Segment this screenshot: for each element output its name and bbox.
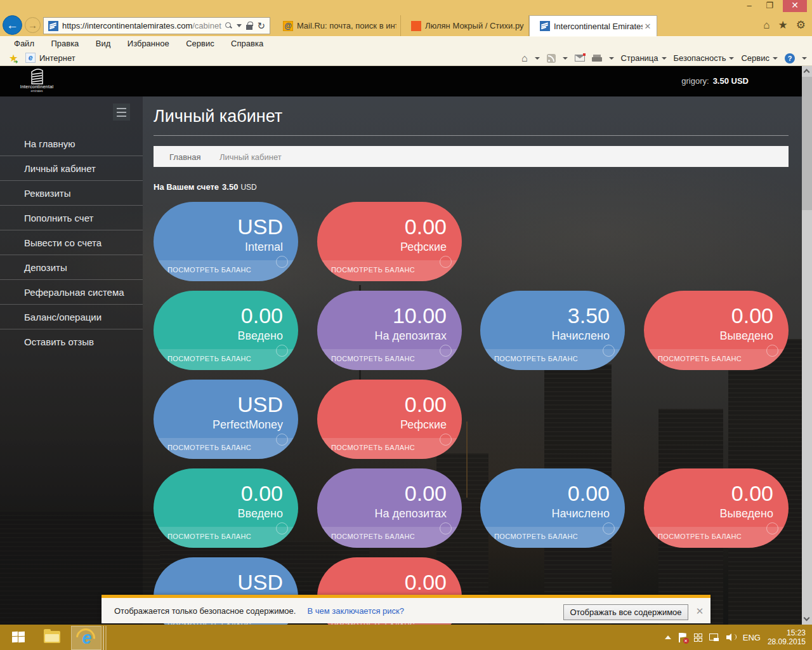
- stihi-favicon: [411, 21, 421, 31]
- balance-bubble[interactable]: 3.50НачисленоПОСМОТРЕТЬ БАЛАНС: [480, 291, 625, 370]
- clock[interactable]: 15:23 28.09.2015: [768, 628, 808, 646]
- tab-intercontinental[interactable]: Intercontinental Emirates ✕: [529, 15, 657, 36]
- view-balance-button[interactable]: ПОСМОТРЕТЬ БАЛАНС: [154, 527, 298, 548]
- settings-gear-icon[interactable]: ⚙: [796, 18, 806, 33]
- ie-window-stack-indicator: [103, 626, 107, 650]
- balance-bubble[interactable]: USDInternalПОСМОТРЕТЬ БАЛАНС: [154, 202, 298, 281]
- view-balance-button[interactable]: ПОСМОТРЕТЬ БАЛАНС: [480, 349, 625, 370]
- view-balance-button[interactable]: ПОСМОТРЕТЬ БАЛАНС: [317, 349, 462, 370]
- scrollbar-thumb[interactable]: [802, 77, 812, 210]
- view-balance-button[interactable]: ПОСМОТРЕТЬ БАЛАНС: [317, 527, 462, 548]
- scroll-down-button[interactable]: [802, 614, 812, 625]
- arrow-circle-icon: [603, 345, 615, 357]
- view-balance-button[interactable]: ПОСМОТРЕТЬ БАЛАНС: [154, 438, 298, 459]
- balance-bubble[interactable]: 0.00РефскиеПОСМОТРЕТЬ БАЛАНС: [317, 380, 462, 459]
- help-dropdown-icon[interactable]: [802, 57, 807, 60]
- bubble-label: PerfectMoney: [154, 416, 298, 433]
- show-all-content-button[interactable]: Отображать все содержимое: [563, 604, 688, 620]
- view-balance-label: ПОСМОТРЕТЬ БАЛАНС: [658, 533, 742, 540]
- bubble-label: Рефские: [317, 239, 462, 255]
- menu-file[interactable]: Файл: [14, 37, 34, 51]
- bubble-label: Введено: [154, 328, 298, 344]
- safety-menu[interactable]: Безопасность: [674, 53, 735, 63]
- balance-bubble[interactable]: USDPerfectMoneyПОСМОТРЕТЬ БАЛАНС: [154, 380, 298, 459]
- menu-favorites[interactable]: Избранное: [128, 37, 169, 51]
- site-favicon: [48, 21, 58, 31]
- rss-dropdown-icon[interactable]: [563, 57, 568, 60]
- view-balance-button[interactable]: ПОСМОТРЕТЬ БАЛАНС: [644, 527, 789, 548]
- home-dropdown-icon[interactable]: [535, 57, 540, 60]
- print-dropdown-icon[interactable]: [609, 57, 614, 60]
- tools-menu[interactable]: Сервис: [741, 53, 778, 63]
- balance-bubble[interactable]: 10.00На депозитахПОСМОТРЕТЬ БАЛАНС: [317, 291, 462, 370]
- browser-titlebar: – ❐ ✕: [0, 0, 812, 15]
- view-balance-button[interactable]: ПОСМОТРЕТЬ БАЛАНС: [154, 349, 298, 370]
- language-indicator[interactable]: ENG: [743, 633, 761, 642]
- forward-button[interactable]: →: [25, 17, 41, 33]
- balance-bubble[interactable]: 0.00ВыведеноПОСМОТРЕТЬ БАЛАНС: [644, 291, 789, 370]
- mail-icon[interactable]: [575, 55, 585, 62]
- ie-logo-icon: e: [78, 629, 96, 647]
- tray-time: 15:23: [768, 628, 806, 637]
- bubble-value: 0.00: [644, 481, 789, 505]
- security-risk-link[interactable]: В чем заключается риск?: [307, 606, 404, 616]
- menu-tools[interactable]: Сервис: [186, 37, 214, 51]
- balance-bubble[interactable]: 0.00ВведеноПОСМОТРЕТЬ БАЛАНС: [154, 291, 298, 370]
- view-balance-button[interactable]: ПОСМОТРЕТЬ БАЛАНС: [644, 349, 789, 370]
- favorites-link-internet[interactable]: Интернет: [39, 50, 75, 66]
- scroll-up-button[interactable]: [802, 66, 812, 77]
- close-icon[interactable]: ✕: [694, 606, 705, 617]
- view-balance-button[interactable]: ПОСМОТРЕТЬ БАЛАНС: [154, 260, 298, 281]
- start-button[interactable]: [5, 625, 33, 650]
- bubble-value: 10.00: [317, 303, 462, 328]
- balance-bubble[interactable]: 0.00На депозитахПОСМОТРЕТЬ БАЛАНС: [317, 468, 462, 548]
- windows-tray-icon[interactable]: [694, 633, 702, 642]
- address-dropdown-icon[interactable]: [237, 24, 242, 27]
- internet-explorer-button[interactable]: e: [71, 626, 102, 650]
- balance-bubble[interactable]: 0.00ВыведеноПОСМОТРЕТЬ БАЛАНС: [644, 468, 789, 548]
- help-icon[interactable]: ?: [785, 53, 795, 63]
- view-balance-button[interactable]: ПОСМОТРЕТЬ БАЛАНС: [317, 260, 462, 281]
- bubble-value: USD: [154, 570, 298, 594]
- network-icon[interactable]: [709, 633, 719, 642]
- tab-close-icon[interactable]: ✕: [643, 22, 653, 31]
- balance-bubble[interactable]: 0.00НачисленоПОСМОТРЕТЬ БАЛАНС: [480, 468, 625, 548]
- file-explorer-button[interactable]: [38, 625, 66, 650]
- add-favorite-icon[interactable]: ★: [9, 53, 20, 63]
- menu-view[interactable]: Вид: [96, 37, 111, 51]
- page-menu[interactable]: Страница: [621, 53, 667, 63]
- page-scrollbar[interactable]: [802, 66, 812, 625]
- search-icon[interactable]: [225, 22, 232, 29]
- hidden-icons-arrow[interactable]: [665, 635, 671, 639]
- bubble-label: На депозитах: [317, 505, 462, 522]
- window-close-button[interactable]: ✕: [783, 0, 807, 12]
- print-icon[interactable]: [592, 55, 602, 62]
- address-bar[interactable]: https://intercontinentalemirates.com/cab…: [43, 17, 270, 34]
- home-icon[interactable]: ⌂: [521, 53, 528, 64]
- rss-icon[interactable]: [547, 54, 556, 63]
- bubble-label: Internal: [154, 239, 298, 255]
- arrow-circle-icon: [276, 434, 288, 446]
- favorites-star-icon[interactable]: ★: [778, 18, 788, 33]
- tab-mailru[interactable]: @ Mail.Ru: почта, поиск в интер...: [273, 15, 401, 36]
- mailru-favicon: @: [283, 21, 293, 31]
- window-restore-button[interactable]: ❐: [760, 0, 779, 12]
- menu-help[interactable]: Справка: [231, 37, 263, 51]
- menu-edit[interactable]: Правка: [51, 37, 79, 51]
- refresh-icon[interactable]: ↻: [257, 21, 265, 30]
- volume-icon[interactable]: [726, 633, 736, 642]
- tab-stihi[interactable]: Люлян Мокрый / Стихи.ру: [401, 15, 529, 36]
- view-balance-button[interactable]: ПОСМОТРЕТЬ БАЛАНС: [480, 527, 625, 548]
- command-bar: ⌂ Страница Безопасность Сервис ?: [521, 50, 807, 66]
- balance-bubble[interactable]: 0.00ВведеноПОСМОТРЕТЬ БАЛАНС: [154, 468, 298, 548]
- arrow-circle-icon: [440, 256, 452, 268]
- home-icon[interactable]: ⌂: [763, 18, 769, 33]
- bubble-value: USD: [154, 392, 298, 416]
- back-button[interactable]: ←: [3, 15, 22, 35]
- window-minimize-button[interactable]: –: [740, 0, 759, 12]
- action-center-flag-icon[interactable]: ✕: [678, 633, 687, 642]
- bubble-label: Введено: [154, 505, 298, 522]
- view-balance-label: ПОСМОТРЕТЬ БАЛАНС: [494, 355, 578, 362]
- view-balance-button[interactable]: ПОСМОТРЕТЬ БАЛАНС: [317, 438, 462, 459]
- balance-bubble[interactable]: 0.00РефскиеПОСМОТРЕТЬ БАЛАНС: [317, 202, 462, 281]
